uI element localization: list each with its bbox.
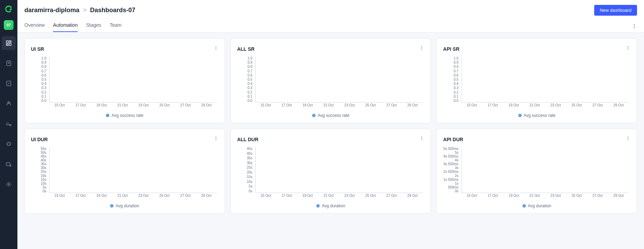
y-tick: 0.7 [453, 70, 460, 73]
svg-point-33 [628, 49, 628, 50]
tabs: OverviewAutomationStagesTeam [24, 22, 122, 32]
svg-point-34 [216, 137, 216, 137]
nav-settings-icon[interactable] [2, 177, 16, 191]
x-tick: 25 Oct [365, 103, 375, 107]
y-tick: 45s [247, 147, 254, 151]
y-tick: 0.4 [453, 82, 460, 86]
y-tick: 55s [41, 147, 48, 151]
x-tick: 29 Oct [407, 103, 417, 107]
chart-card-all-dur: ALL DUR45s40s35s30s25s20s15s10s5s0s15 Oc… [231, 129, 431, 214]
svg-line-15 [7, 143, 7, 143]
y-tick: 30s [247, 161, 254, 165]
svg-point-35 [216, 138, 216, 139]
breadcrumb-parent[interactable]: daramirra-diploma [24, 7, 79, 14]
y-tick: 1.0 [41, 57, 48, 60]
svg-point-8 [8, 103, 9, 104]
y-tick: 0s [455, 190, 460, 193]
y-tick: 15s [41, 178, 48, 182]
x-tick: 29 Oct [201, 103, 211, 107]
nav-defects-icon[interactable] [2, 137, 16, 151]
chart-plot: 1.00.90.80.70.60.50.40.30.20.10.015 Oct1… [461, 57, 629, 109]
svg-point-41 [628, 138, 628, 139]
x-tick: 23 Oct [551, 194, 561, 198]
x-tick: 17 Oct [281, 103, 292, 107]
svg-rect-2 [9, 43, 11, 46]
svg-rect-19 [6, 163, 10, 166]
tab-automation[interactable]: Automation [53, 22, 78, 32]
nav-launches-icon[interactable] [2, 97, 16, 111]
tab-stages[interactable]: Stages [86, 22, 101, 32]
chart-menu-icon[interactable] [419, 44, 424, 54]
svg-point-25 [216, 46, 216, 47]
chart-title: ALL SR [237, 46, 255, 52]
x-tick: 21 Oct [117, 194, 127, 198]
svg-point-37 [421, 137, 422, 137]
y-tick: 0.6 [41, 74, 48, 77]
y-tick: 0.8 [41, 65, 48, 69]
y-tick: 3s 500ms [443, 162, 460, 166]
chart-plot: 1.00.90.80.70.60.50.40.30.20.10.015 Oct1… [49, 57, 217, 109]
chart-plot: 5s 500ms5s4s 500ms4s3s 500ms3s2s 500ms2s… [461, 147, 629, 199]
y-tick: 0.1 [453, 95, 460, 98]
breadcrumb-sep: > [83, 7, 87, 14]
x-tick: 29 Oct [201, 194, 211, 198]
svg-point-24 [634, 27, 635, 28]
tab-team[interactable]: Team [110, 22, 122, 32]
x-tick: 19 Oct [302, 103, 312, 107]
breadcrumb-current: Dashboards-07 [90, 7, 135, 14]
y-tick: 0s [249, 190, 254, 193]
chart-menu-icon[interactable] [419, 135, 424, 144]
nav-dashboards-icon[interactable] [2, 36, 16, 50]
new-dashboard-button[interactable]: New dashboard [594, 5, 637, 16]
svg-point-12 [9, 124, 11, 126]
svg-point-38 [421, 138, 422, 139]
x-tick: 25 Oct [365, 194, 375, 198]
legend-label: Avg duration [116, 203, 139, 208]
chart-plot: 45s40s35s30s25s20s15s10s5s0s15 Oct17 Oct… [255, 147, 423, 199]
chart-menu-icon[interactable] [214, 135, 218, 144]
svg-point-40 [628, 137, 628, 137]
legend-dot-icon [110, 204, 114, 208]
chart-menu-icon[interactable] [626, 44, 630, 54]
x-tick: 19 Oct [96, 103, 107, 107]
x-tick: 21 Oct [324, 103, 334, 107]
dashboard-grid: UI SR1.00.90.80.70.60.50.40.30.20.10.015… [17, 33, 644, 219]
chart-card-ui-sr: UI SR1.00.90.80.70.60.50.40.30.20.10.015… [24, 38, 225, 123]
x-tick: 27 Oct [386, 194, 396, 198]
x-tick: 25 Oct [572, 103, 582, 107]
y-tick: 0.2 [453, 91, 460, 94]
nav-plans-icon[interactable] [2, 56, 16, 70]
x-tick: 27 Oct [592, 194, 603, 198]
nav-cases-icon[interactable] [2, 77, 16, 90]
y-tick: 45s [41, 155, 48, 158]
project-badge[interactable]: 07 [4, 20, 14, 30]
nav-jobs-icon[interactable] [2, 157, 16, 171]
y-tick: 40s [41, 159, 48, 162]
tab-overview[interactable]: Overview [24, 22, 45, 32]
y-tick: 4s 500ms [443, 155, 460, 158]
nav-analytics-icon[interactable] [2, 117, 16, 131]
svg-rect-0 [6, 41, 8, 43]
svg-point-31 [628, 46, 628, 47]
legend-dot-icon [316, 204, 320, 208]
y-tick: 0.7 [248, 70, 254, 73]
y-tick: 0.1 [248, 95, 254, 98]
app-logo[interactable] [4, 4, 14, 14]
chart-legend: Avg success rate [237, 113, 425, 118]
chart-menu-icon[interactable] [626, 135, 630, 144]
y-tick: 500ms [448, 186, 460, 189]
tabs-more-icon[interactable] [631, 22, 637, 32]
x-tick: 17 Oct [281, 194, 292, 198]
y-tick: 40s [247, 152, 254, 155]
chart-card-api-dur: API DUR5s 500ms5s4s 500ms4s3s 500ms3s2s … [436, 129, 637, 214]
chart-card-all-sr: ALL SR1.00.90.80.70.60.50.40.30.20.10.01… [231, 38, 431, 123]
x-tick: 21 Oct [324, 194, 334, 198]
x-tick: 17 Oct [488, 194, 498, 198]
y-tick: 50s [41, 151, 48, 154]
svg-line-18 [10, 145, 11, 145]
x-tick: 21 Oct [529, 103, 540, 107]
chart-menu-icon[interactable] [214, 44, 218, 54]
y-tick: 5s [42, 186, 48, 189]
svg-point-42 [628, 139, 628, 140]
breadcrumb: daramirra-diploma > Dashboards-07 [24, 7, 135, 14]
